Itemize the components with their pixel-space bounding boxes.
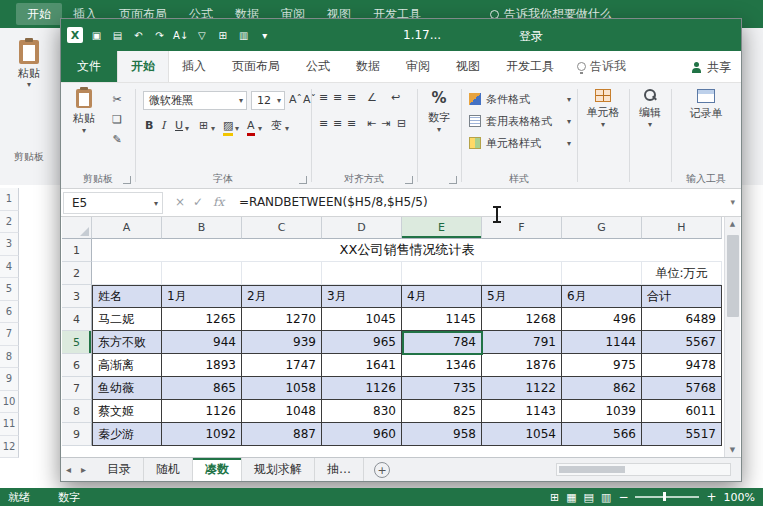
- data-cell[interactable]: 1747: [242, 354, 322, 377]
- chart-icon[interactable]: ▥: [236, 26, 251, 44]
- data-cell[interactable]: 825: [402, 400, 482, 423]
- table-header-cell[interactable]: 5月: [482, 285, 562, 308]
- data-cell[interactable]: 944: [162, 331, 242, 354]
- data-cell[interactable]: 1143: [482, 400, 562, 423]
- data-cell[interactable]: 1054: [482, 423, 562, 446]
- font-color-button[interactable]: A: [247, 119, 255, 136]
- vertical-scrollbar[interactable]: ▲ ▼: [724, 217, 740, 457]
- column-header-B[interactable]: B: [162, 217, 242, 239]
- zoom-in-button[interactable]: +: [706, 491, 716, 503]
- alignment-dialog-launcher[interactable]: [405, 176, 413, 184]
- ribbon-tab-2[interactable]: 插入: [169, 51, 219, 82]
- data-cell[interactable]: 1039: [562, 400, 642, 423]
- data-cell[interactable]: 6489: [642, 308, 722, 331]
- data-cell[interactable]: 1092: [162, 423, 242, 446]
- customize-qat-icon[interactable]: ▾: [257, 26, 272, 44]
- align-bottom-button[interactable]: ≡: [347, 91, 356, 105]
- align-top-button[interactable]: ≡: [319, 91, 328, 105]
- column-header-H[interactable]: H: [642, 217, 722, 239]
- data-cell[interactable]: 1270: [242, 308, 322, 331]
- table-header-cell[interactable]: 6月: [562, 285, 642, 308]
- orientation-button[interactable]: ∠: [367, 91, 377, 105]
- data-cell[interactable]: 秦少游: [92, 423, 162, 446]
- data-cell[interactable]: 马二妮: [92, 308, 162, 331]
- unit-note-cell[interactable]: 单位:万元: [642, 262, 722, 285]
- cell-styles-button[interactable]: 单元格样式 ▾: [469, 134, 571, 152]
- paste-button[interactable]: 粘贴 ▾: [65, 89, 103, 135]
- data-cell[interactable]: 887: [242, 423, 322, 446]
- data-cell[interactable]: 东方不败: [92, 331, 162, 354]
- data-cell[interactable]: 鱼幼薇: [92, 377, 162, 400]
- data-cell[interactable]: 6011: [642, 400, 722, 423]
- sheet-tab-1[interactable]: 目录: [95, 458, 144, 481]
- scroll-down-icon[interactable]: ▼: [725, 443, 740, 457]
- column-header-E[interactable]: E: [402, 217, 482, 239]
- align-left-button[interactable]: ≡: [319, 117, 328, 131]
- data-cell[interactable]: 5517: [642, 423, 722, 446]
- underline-button[interactable]: U: [175, 119, 183, 133]
- clipboard-dialog-launcher[interactable]: [123, 176, 131, 184]
- wrap-text-button[interactable]: ↩: [391, 91, 400, 105]
- font-size-select[interactable]: 12 ▾: [251, 91, 285, 110]
- insert-function-button[interactable]: fx: [213, 195, 224, 209]
- zoom-out-button[interactable]: −: [618, 491, 628, 503]
- number-dialog-launcher[interactable]: [449, 176, 457, 184]
- increase-indent-button[interactable]: ⇥: [381, 117, 390, 131]
- editing-button[interactable]: 编辑 ▾: [631, 89, 669, 129]
- row-header-7[interactable]: 7: [62, 377, 92, 400]
- sheet-tab-2[interactable]: 随机: [144, 458, 193, 481]
- undo-icon[interactable]: ↶: [131, 26, 146, 44]
- data-cell[interactable]: 1893: [162, 354, 242, 377]
- data-cell[interactable]: 865: [162, 377, 242, 400]
- column-header-A[interactable]: A: [92, 217, 162, 239]
- data-cell[interactable]: 958: [402, 423, 482, 446]
- table-header-cell[interactable]: 合计: [642, 285, 722, 308]
- fill-color-button[interactable]: ▨: [223, 119, 233, 136]
- row-header-9[interactable]: 9: [62, 423, 92, 446]
- table-header-cell[interactable]: 3月: [322, 285, 402, 308]
- align-center-button[interactable]: ≡: [333, 117, 342, 131]
- data-cell[interactable]: 1641: [322, 354, 402, 377]
- data-cell[interactable]: 735: [402, 377, 482, 400]
- align-middle-button[interactable]: ≡: [333, 91, 342, 105]
- copy-button[interactable]: ❏: [109, 111, 125, 127]
- data-cell[interactable]: 蔡文姬: [92, 400, 162, 423]
- normal-view-button[interactable]: ▦: [566, 492, 576, 503]
- freeze-panes-icon[interactable]: ⊞: [215, 26, 230, 44]
- row-header-3[interactable]: 3: [62, 285, 92, 308]
- chevron-down-icon[interactable]: ▾: [258, 122, 262, 136]
- enter-button[interactable]: ✓: [193, 195, 203, 209]
- sheet-tab-3[interactable]: 凑数: [193, 458, 242, 481]
- data-cell[interactable]: 960: [322, 423, 402, 446]
- horizontal-scrollbar-thumb[interactable]: [559, 466, 625, 473]
- data-cell[interactable]: 496: [562, 308, 642, 331]
- expand-formula-bar-icon[interactable]: ▾: [730, 197, 735, 207]
- conditional-formatting-button[interactable]: 条件格式 ▾: [469, 90, 571, 108]
- table-title-cell[interactable]: XX公司销售情况统计表: [92, 239, 722, 262]
- sheet-nav-right-icon[interactable]: ▸: [76, 458, 91, 481]
- filter-icon[interactable]: ▽: [194, 26, 209, 44]
- chevron-down-icon[interactable]: ▾: [185, 122, 189, 136]
- italic-button[interactable]: I: [161, 119, 165, 133]
- data-cell[interactable]: 1126: [322, 377, 402, 400]
- empty-cell[interactable]: [162, 262, 242, 285]
- ribbon-tab-8[interactable]: 开发工具: [493, 51, 567, 82]
- data-cell[interactable]: 975: [562, 354, 642, 377]
- data-cell[interactable]: 5567: [642, 331, 722, 354]
- data-cell[interactable]: 965: [322, 331, 402, 354]
- data-cell[interactable]: 1268: [482, 308, 562, 331]
- background-paste-button[interactable]: 粘贴: [2, 40, 56, 89]
- name-box[interactable]: E5 ▾: [63, 192, 163, 214]
- empty-cell[interactable]: [322, 262, 402, 285]
- data-cell[interactable]: 862: [562, 377, 642, 400]
- horizontal-scrollbar[interactable]: [556, 463, 731, 476]
- zoom-level[interactable]: 100%: [724, 491, 755, 504]
- data-cell[interactable]: 1145: [402, 308, 482, 331]
- data-cell[interactable]: 9478: [642, 354, 722, 377]
- cancel-button[interactable]: ×: [175, 195, 185, 209]
- chevron-down-icon[interactable]: ▾: [235, 122, 239, 136]
- column-header-C[interactable]: C: [242, 217, 322, 239]
- data-cell[interactable]: 830: [322, 400, 402, 423]
- sheet-nav-left-icon[interactable]: ◂: [61, 458, 76, 481]
- select-all-button[interactable]: [62, 217, 92, 239]
